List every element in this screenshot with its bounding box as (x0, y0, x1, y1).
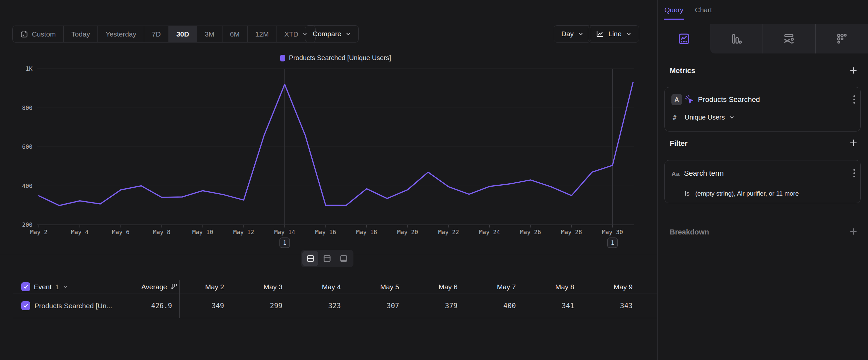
retention-dots-icon (836, 32, 848, 45)
plus-icon (849, 227, 858, 236)
average-header-label: Average (141, 283, 167, 291)
aggregation-prefix: # (673, 114, 676, 121)
check-icon (23, 303, 29, 308)
insights-line-icon (678, 32, 690, 45)
x-axis-label: May 16 (315, 229, 336, 236)
select-all-checkbox[interactable] (21, 282, 30, 291)
layout-toggle-group (301, 250, 353, 267)
split-view-icon (306, 254, 315, 263)
tab-chart[interactable]: Chart (695, 6, 712, 14)
table-header-cell[interactable]: May 7 (458, 280, 516, 294)
event-cursor-icon (684, 94, 694, 105)
chart-style-insights-tab[interactable] (658, 24, 710, 53)
table-date-values: 349299323307379400341343 (166, 294, 632, 318)
table-value-cell: 400 (458, 294, 516, 318)
x-axis-label: May 20 (397, 229, 418, 236)
add-filter-button[interactable] (849, 138, 858, 147)
metric-name: Products Searched (698, 94, 760, 105)
chart-style-strip (710, 24, 868, 53)
table-header-cell[interactable]: May 3 (224, 280, 282, 294)
plus-icon (849, 138, 858, 147)
x-axis-label: May 24 (479, 229, 500, 236)
table-view-icon (339, 254, 348, 263)
layout-chart-button[interactable] (319, 251, 335, 266)
filter-menu-button[interactable] (854, 169, 855, 177)
table-value-cell: 349 (166, 294, 224, 318)
y-axis-label: 800 (22, 105, 32, 111)
x-axis-label: May 10 (192, 229, 213, 236)
table-value-cell: 299 (224, 294, 282, 318)
y-axis-label: 400 (22, 183, 32, 189)
annotation-badge-label: 1 (283, 240, 286, 246)
bar-chart-icon (730, 32, 743, 45)
table-header-cell[interactable]: May 2 (166, 280, 224, 294)
event-count: 1 (55, 283, 59, 291)
layout-split-button[interactable] (302, 251, 318, 266)
add-metric-button[interactable] (849, 66, 858, 75)
row-average-value: 426.9 (99, 294, 172, 318)
table-row[interactable]: Products Searched [Un... (21, 294, 113, 318)
add-breakdown-button[interactable] (849, 227, 858, 236)
metric-card[interactable]: A Products Searched # Unique Users (664, 87, 861, 132)
aggregation-dropdown[interactable]: Unique Users (685, 112, 735, 122)
filter-section-title: Filter (670, 139, 688, 148)
table-header-cell[interactable]: May 9 (574, 280, 632, 294)
x-axis-label: May 12 (233, 229, 254, 236)
x-axis-label: May 8 (153, 229, 170, 236)
table-value-cell: 379 (399, 294, 458, 318)
main-area: Custom Today Yesterday 7D 30D 3M 6M 12M … (0, 0, 658, 360)
table-header-cell[interactable]: May 8 (516, 280, 574, 294)
chevron-down-icon (729, 115, 735, 120)
filter-card[interactable]: Aa Search term Is (empty string), Air pu… (664, 160, 861, 203)
active-tab-underline (664, 19, 684, 20)
table-header-cell[interactable]: May 4 (282, 280, 341, 294)
analytics-app: { "toolbar": { "ranges": ["Custom", "Tod… (0, 0, 868, 360)
metrics-section-title: Metrics (670, 66, 695, 75)
x-axis-label: May 6 (112, 229, 130, 236)
string-type-label: Aa (672, 170, 680, 178)
breakdown-section-title: Breakdown (670, 228, 709, 237)
x-axis-label: May 14 (274, 229, 295, 236)
filter-property-name: Search term (684, 168, 724, 179)
x-axis-label: May 2 (30, 229, 48, 236)
table-date-headers: May 2May 3May 4May 5May 6May 7May 8May 9 (166, 280, 632, 294)
line-chart-svg[interactable]: 1K800600400200May 2May 4May 6May 8May 10… (0, 0, 658, 255)
metric-menu-button[interactable] (854, 95, 855, 104)
y-axis-label: 600 (22, 143, 32, 150)
plus-icon (849, 66, 858, 75)
x-axis-label: May 22 (438, 229, 459, 236)
metric-letter-badge: A (672, 94, 682, 105)
table-value-cell: 341 (516, 294, 574, 318)
x-axis-label: May 4 (71, 229, 89, 236)
y-axis-label: 1K (26, 65, 33, 72)
annotation-badge-label: 1 (611, 240, 614, 246)
tab-query[interactable]: Query (664, 6, 683, 14)
y-axis-label: 200 (22, 222, 32, 228)
x-axis-label: May 28 (561, 229, 582, 236)
check-icon (23, 284, 29, 289)
table-value-cell: 343 (574, 294, 632, 318)
series-line[interactable] (39, 82, 633, 205)
x-axis-label: May 30 (602, 229, 623, 236)
table-row-border (13, 318, 658, 318)
table-value-cell: 323 (282, 294, 341, 318)
x-axis-label: May 18 (356, 229, 377, 236)
table-event-header: Event 1 (21, 280, 68, 294)
chart-style-flows-tab[interactable] (763, 24, 815, 53)
layout-table-button[interactable] (336, 251, 351, 266)
table-value-cell: 307 (341, 294, 399, 318)
filter-operator[interactable]: Is (685, 190, 690, 197)
chart-style-bar-tab[interactable] (710, 24, 763, 53)
chart-view-icon (322, 254, 332, 263)
table-header-cell[interactable]: May 6 (399, 280, 458, 294)
chevron-down-icon[interactable] (63, 284, 68, 289)
query-panel: Query Chart (658, 0, 868, 360)
chart-style-retention-tab[interactable] (815, 24, 868, 53)
filter-value[interactable]: (empty string), Air purifier, or 11 more (695, 190, 799, 197)
x-axis-label: May 26 (520, 229, 541, 236)
flows-icon (783, 32, 796, 45)
row-checkbox[interactable] (21, 301, 30, 310)
event-header-label[interactable]: Event (34, 283, 52, 291)
table-header-cell[interactable]: May 5 (341, 280, 399, 294)
